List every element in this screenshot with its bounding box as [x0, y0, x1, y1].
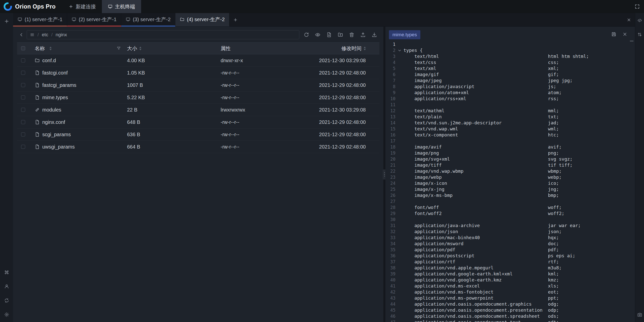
file-row[interactable]: nginx.conf648 B-rw-r--r--2021-12-29 02:4…: [17, 116, 379, 128]
folder-icon: [35, 58, 40, 63]
file-row[interactable]: scgi_params636 B-rw-r--r--2021-12-29 02:…: [17, 128, 379, 141]
file-name[interactable]: conf.d: [42, 58, 56, 63]
line-number: 29: [385, 210, 395, 217]
code-line: 35 application/pdf pdf;: [385, 247, 635, 253]
right-rail-top: [636, 17, 643, 38]
line-number: 42: [385, 289, 395, 295]
code-line: 16 text/x-component htc;: [385, 132, 635, 138]
session-tab[interactable]: (1) server-生产-1: [13, 13, 67, 26]
session-tab[interactable]: (2) server-生产-1: [67, 13, 121, 26]
back-button[interactable]: [17, 30, 26, 39]
brand: Orion Ops Pro: [0, 0, 63, 13]
new-file-button[interactable]: [326, 32, 332, 38]
save-file-button[interactable]: [611, 32, 616, 38]
code-line: 32 application/json json;: [385, 229, 635, 235]
row-checkbox[interactable]: [21, 108, 25, 112]
command-button[interactable]: [2, 268, 11, 277]
file-size: 1.05 KB: [125, 70, 218, 76]
code-text: application/vnd.ms-excel xls;: [404, 283, 559, 289]
file-row[interactable]: mime.types5.22 KB-rw-r--r--2021-12-29 02…: [17, 91, 379, 104]
row-checkbox[interactable]: [21, 132, 25, 136]
swap-button[interactable]: [636, 31, 643, 38]
new-session-button[interactable]: [2, 17, 11, 26]
row-checkbox[interactable]: [21, 120, 25, 124]
row-checkbox[interactable]: [21, 145, 25, 149]
file-mtime: 2021-12-30 03:29:08: [306, 58, 379, 63]
editor-code-area[interactable]: 12types {3 text/html html htm shtml;4 te…: [385, 41, 635, 322]
file-name[interactable]: scgi_params: [42, 132, 71, 137]
line-number: 4: [385, 59, 395, 65]
session-tab[interactable]: (4) server-生产-2: [175, 13, 229, 26]
code-line: 7 image/jpeg jpeg jpg;: [385, 78, 635, 84]
code-line: 43 application/vnd.ms-powerpoint ppt;: [385, 295, 635, 301]
code-line: 39 application/vnd.google-earth.kml+xml …: [385, 271, 635, 277]
editor-file-tab[interactable]: mime.types: [389, 30, 420, 39]
file-name[interactable]: fastcgi.conf: [42, 70, 68, 76]
refresh-button[interactable]: [303, 32, 309, 38]
new-folder-button[interactable]: [337, 32, 343, 38]
file-row[interactable]: uwsgi_params664 B-rw-r--r--2021-12-29 02…: [17, 141, 379, 153]
sort-mtime-control[interactable]: [364, 47, 366, 50]
file-size: 664 B: [125, 144, 218, 150]
file-name[interactable]: mime.types: [42, 95, 68, 100]
camera-button[interactable]: [636, 311, 643, 318]
sort-name-control[interactable]: [50, 47, 52, 50]
code-text: image/jpeg jpeg jpg;: [404, 78, 573, 84]
eye-button[interactable]: [315, 32, 321, 38]
code-text: application/java-archive jar war ear;: [404, 223, 581, 229]
sort-size-control[interactable]: [139, 47, 141, 50]
breadcrumb-segment[interactable]: etc: [42, 32, 48, 38]
code-line: 38 application/vnd.apple.mpegurl m3u8;: [385, 265, 635, 271]
close-editor-button[interactable]: [622, 32, 627, 38]
file-row[interactable]: fastcgi_params1007 B-rw-r--r--2021-12-29…: [17, 79, 379, 91]
line-number: 39: [385, 271, 395, 277]
menu-new-connection[interactable]: 新建连接: [63, 0, 102, 13]
right-rail-bottom: [636, 311, 643, 318]
file-table-header: 名称 大小 属性 修改: [17, 42, 379, 54]
menu-host-terminal[interactable]: 主机终端: [102, 0, 141, 13]
select-all-checkbox[interactable]: [21, 46, 25, 50]
file-name[interactable]: modules: [42, 107, 61, 113]
close-all-tabs-button[interactable]: [623, 13, 635, 26]
trash-button[interactable]: [349, 32, 355, 38]
line-number: 21: [385, 162, 395, 168]
file-name[interactable]: nginx.conf: [42, 119, 65, 125]
code-text: text/css css;: [404, 59, 559, 65]
row-checkbox[interactable]: [21, 83, 25, 87]
code-text: text/vnd.sun.j2me.app-descriptor jad;: [404, 120, 559, 126]
row-checkbox[interactable]: [21, 71, 25, 75]
file-mtime: 2021-12-29 02:48:00: [306, 119, 379, 125]
file-mtime: 2021-12-29 02:48:00: [306, 70, 379, 76]
code-button[interactable]: [636, 17, 643, 24]
fold-toggle-icon[interactable]: [395, 49, 404, 52]
terminal-icon: [18, 17, 22, 22]
user-button[interactable]: [2, 282, 11, 291]
file-row[interactable]: conf.d4.00 KBdrwxr-xr-x2021-12-30 03:29:…: [17, 54, 379, 67]
file-row[interactable]: fastcgi.conf1.05 KB-rw-r--r--2021-12-29 …: [17, 67, 379, 79]
line-number: 11: [385, 102, 395, 108]
sync-button[interactable]: [2, 296, 11, 305]
filter-icon[interactable]: [116, 46, 121, 51]
add-tab-button[interactable]: [229, 13, 242, 26]
session-tab[interactable]: (3) server-生产-2: [121, 13, 175, 26]
breadcrumb-segment[interactable]: nginx: [56, 32, 67, 38]
row-checkbox[interactable]: [21, 95, 25, 99]
fullscreen-button[interactable]: [630, 0, 644, 13]
code-text: text/xml xml;: [404, 65, 559, 71]
code-text: image/svg+xml svg svgz;: [404, 156, 573, 162]
code-line: 8 application/javascript js;: [385, 84, 635, 90]
file-row[interactable]: modules22 Blrwxrwxrwx2021-12-30 03:29:08: [17, 104, 379, 116]
download-button[interactable]: [371, 32, 377, 38]
file-name[interactable]: uwsgi_params: [42, 144, 75, 150]
code-line: 28 font/woff woff;: [385, 204, 635, 210]
session-tabs: (1) server-生产-1(2) server-生产-1(3) server…: [13, 13, 229, 26]
code-text: image/x-jng jng;: [404, 186, 559, 192]
file-name[interactable]: fastcgi_params: [42, 82, 76, 88]
row-checkbox[interactable]: [21, 58, 25, 62]
upload-button[interactable]: [360, 32, 366, 38]
file-icon: [35, 132, 40, 137]
root-directory-icon[interactable]: [30, 32, 34, 37]
panel-splitter[interactable]: [383, 27, 385, 322]
code-line: 12 text/mathml mml;: [385, 108, 635, 114]
settings-button[interactable]: [2, 310, 11, 319]
